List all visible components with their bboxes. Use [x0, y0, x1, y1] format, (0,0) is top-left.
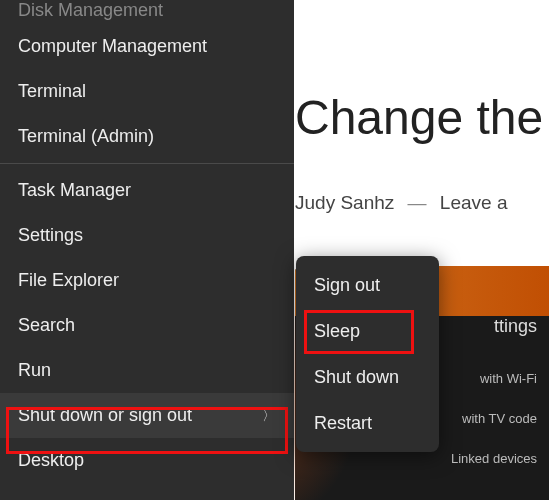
author-name: Judy Sanhz	[295, 192, 394, 213]
menu-item-label: Task Manager	[18, 180, 131, 201]
menu-item-label: Disk Management	[18, 0, 163, 21]
byline: Judy Sanhz — Leave a	[295, 192, 507, 214]
submenu-item-label: Sleep	[314, 321, 360, 342]
menu-item-label: Settings	[18, 225, 83, 246]
menu-item-label: Search	[18, 315, 75, 336]
submenu-item-sign-out[interactable]: Sign out	[296, 262, 439, 308]
panel-item: with TV code	[462, 411, 537, 426]
menu-item-label: Computer Management	[18, 36, 207, 57]
comments-link[interactable]: Leave a	[440, 192, 508, 213]
menu-item-terminal[interactable]: Terminal	[0, 69, 294, 114]
menu-item-settings[interactable]: Settings	[0, 213, 294, 258]
menu-item-label: Run	[18, 360, 51, 381]
submenu-item-shut-down[interactable]: Shut down	[296, 354, 439, 400]
submenu-item-label: Shut down	[314, 367, 399, 388]
winx-context-menu[interactable]: Disk Management Computer Management Term…	[0, 0, 294, 500]
submenu-item-sleep[interactable]: Sleep	[296, 308, 439, 354]
submenu-item-restart[interactable]: Restart	[296, 400, 439, 446]
menu-item-terminal-admin[interactable]: Terminal (Admin)	[0, 114, 294, 159]
menu-item-search[interactable]: Search	[0, 303, 294, 348]
chevron-right-icon: 〉	[262, 407, 276, 425]
menu-item-label: Shut down or sign out	[18, 405, 192, 426]
submenu-item-label: Restart	[314, 413, 372, 434]
power-submenu[interactable]: Sign out Sleep Shut down Restart	[296, 256, 439, 452]
panel-header: ttings	[494, 316, 537, 337]
menu-item-task-manager[interactable]: Task Manager	[0, 168, 294, 213]
menu-item-file-explorer[interactable]: File Explorer	[0, 258, 294, 303]
menu-item-run[interactable]: Run	[0, 348, 294, 393]
page-title: Change the	[295, 90, 543, 145]
menu-item-shut-down-or-sign-out[interactable]: Shut down or sign out 〉	[0, 393, 294, 438]
byline-separator: —	[408, 192, 427, 213]
menu-separator	[0, 163, 294, 164]
menu-item-label: Terminal (Admin)	[18, 126, 154, 147]
menu-item-label: Desktop	[18, 450, 84, 471]
menu-item-label: File Explorer	[18, 270, 119, 291]
panel-item: Linked devices	[451, 451, 537, 466]
menu-item-computer-management[interactable]: Computer Management	[0, 24, 294, 69]
submenu-item-label: Sign out	[314, 275, 380, 296]
menu-item-disk-management[interactable]: Disk Management	[0, 0, 294, 24]
menu-item-label: Terminal	[18, 81, 86, 102]
panel-item: with Wi-Fi	[480, 371, 537, 386]
menu-item-desktop[interactable]: Desktop	[0, 438, 294, 483]
